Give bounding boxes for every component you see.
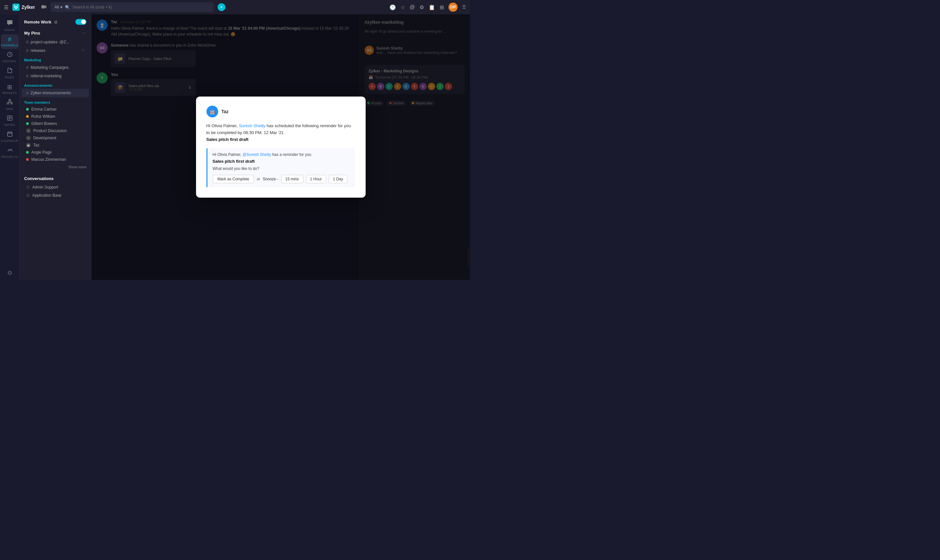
member-emma[interactable]: Emma Cartner bbox=[22, 106, 89, 113]
sidebar-item-calendar[interactable]: CALENDAR bbox=[1, 129, 18, 145]
clipboard-icon[interactable]: 📋 bbox=[429, 4, 435, 11]
files-icon bbox=[7, 68, 13, 75]
svg-rect-0 bbox=[42, 5, 45, 8]
modal-message: Hi Olivia Palmer, Suresh Shetty has sche… bbox=[206, 123, 355, 143]
main-area: Taz Yesterday at 3:00 PM Hello Olivia Pa… bbox=[91, 14, 470, 280]
sidebar-bottom: ⚙ bbox=[4, 269, 15, 277]
at-mention: @Suresh Shetty bbox=[243, 152, 271, 157]
sidebar-item-files[interactable]: FILES bbox=[1, 66, 18, 81]
at-icon[interactable]: @ bbox=[410, 4, 415, 10]
widgets-label: WIDGETS bbox=[2, 91, 17, 95]
svg-rect-4 bbox=[11, 103, 12, 104]
group-icon: ⊙ bbox=[26, 136, 31, 140]
org-icon bbox=[7, 99, 13, 107]
my-pins-more[interactable]: ··· bbox=[82, 30, 86, 36]
hash-icon: # bbox=[26, 48, 29, 53]
channel-referral-marketing[interactable]: # referral-marketing bbox=[22, 72, 89, 80]
sidebar-item-notes[interactable]: NOTES bbox=[1, 113, 18, 129]
conversations-section: Conversations ⊙ Admin Support ⊙ Applicat… bbox=[20, 171, 91, 201]
modal-reminder-box: Hi Olivia Palmer, @Suresh Shetty has a r… bbox=[206, 148, 355, 187]
member-product-discussion[interactable]: ⊙ Product Discussion bbox=[22, 127, 89, 134]
projects-label: PROJECTS bbox=[1, 155, 18, 158]
conversation-application-base[interactable]: ⊙ Application Base bbox=[22, 191, 89, 199]
modal-taz-avatar: 🤖 bbox=[206, 106, 218, 117]
hash-icon: # bbox=[26, 90, 29, 95]
away-dot bbox=[26, 115, 29, 118]
apps-icon[interactable]: ⠿ bbox=[462, 4, 466, 11]
member-angie[interactable]: Angie Page bbox=[22, 149, 89, 156]
video-call-icon[interactable] bbox=[42, 4, 47, 10]
search-bar[interactable]: All ▾ 🔍 bbox=[51, 2, 214, 12]
group-icon: ⊙ bbox=[26, 129, 31, 133]
online-dot bbox=[26, 151, 29, 154]
sidebar-item-channels[interactable]: # CHANNELS bbox=[1, 34, 18, 49]
snooze-1hour-button[interactable]: 1 Hour bbox=[306, 175, 326, 183]
my-pins-header: My Pins ··· bbox=[20, 28, 91, 38]
notes-icon bbox=[7, 115, 13, 123]
modal-sender-row: 🤖 Taz bbox=[206, 106, 355, 117]
star-icon[interactable]: ☆ bbox=[400, 4, 405, 11]
left-panel-header: Remote Work 🖥 bbox=[20, 14, 91, 28]
conversations-label: Conversations bbox=[20, 174, 91, 183]
app-layout: CHATS # CHANNELS HISTORY FILES ⊞ WIDGETS bbox=[0, 14, 470, 280]
toggle-switch[interactable] bbox=[75, 19, 86, 25]
modal-reminder-intro: Hi Olivia Palmer, @Suresh Shetty has a r… bbox=[213, 152, 350, 157]
user-avatar[interactable]: OP bbox=[448, 3, 458, 12]
chats-icon bbox=[6, 20, 13, 28]
highlight-name: Suresh Shetty bbox=[239, 123, 266, 128]
sidebar-item-projects[interactable]: PROJECTS bbox=[1, 145, 18, 160]
channel-name-releases: releases bbox=[31, 48, 79, 53]
sidebar-item-history[interactable]: HISTORY bbox=[1, 49, 18, 65]
monitor-icon: 🖥 bbox=[54, 20, 58, 25]
online-dot bbox=[26, 122, 29, 125]
svg-rect-3 bbox=[7, 103, 9, 104]
clock-icon[interactable]: 🕐 bbox=[389, 4, 396, 11]
member-rufus[interactable]: Rufus William bbox=[22, 113, 89, 120]
heart-icon: ♡ bbox=[81, 49, 85, 53]
conversation-admin-support[interactable]: ⊙ Admin Support bbox=[22, 183, 89, 191]
sidebar-item-chats[interactable]: CHATS bbox=[1, 18, 18, 34]
history-icon bbox=[7, 52, 13, 59]
or-label: or bbox=[257, 177, 260, 182]
modal-reminder-title: Sales pitch first draft bbox=[213, 159, 350, 164]
mark-complete-button[interactable]: Mark as Complete bbox=[213, 175, 254, 183]
calendar-icon bbox=[7, 131, 13, 138]
member-marcus[interactable]: Marcus Zimmerman bbox=[22, 156, 89, 163]
offline-dot bbox=[26, 158, 29, 161]
member-development[interactable]: ⊙ Development bbox=[22, 134, 89, 142]
workspace-title: Remote Work bbox=[24, 20, 52, 25]
snooze-1day-button[interactable]: 1 Day bbox=[329, 175, 348, 183]
search-dropdown[interactable]: All ▾ bbox=[54, 5, 62, 9]
conversation-icon: ⊙ bbox=[26, 185, 30, 189]
channel-marketing-campaigns[interactable]: # Marketing Campaigns bbox=[22, 63, 89, 72]
search-input[interactable] bbox=[73, 5, 210, 9]
section-marketing: Marketing bbox=[20, 55, 91, 63]
settings-icon[interactable]: ⚙ bbox=[420, 4, 424, 11]
svg-rect-6 bbox=[8, 132, 12, 136]
member-taz[interactable]: 🤖 Taz bbox=[22, 142, 89, 149]
section-announcements: Announcements bbox=[20, 80, 91, 89]
gear-icon[interactable]: ⚙ bbox=[4, 266, 15, 280]
hash-icon: # bbox=[26, 65, 29, 70]
files-label: FILES bbox=[5, 76, 14, 79]
modal-overlay[interactable]: 🤖 Taz Hi Olivia Palmer, Suresh Shetty ha… bbox=[91, 14, 470, 280]
channels-icon: # bbox=[8, 36, 11, 43]
grid-view-icon[interactable]: ⊞ bbox=[440, 4, 444, 11]
channel-zylker-announcements[interactable]: # Zylker-Announcements bbox=[22, 89, 89, 97]
my-pins-title: My Pins bbox=[24, 31, 40, 35]
member-gilbert[interactable]: Gilbert Bowers bbox=[22, 120, 89, 127]
conversation-icon: ⊙ bbox=[26, 193, 30, 198]
sidebar-item-widgets[interactable]: ⊞ WIDGETS bbox=[1, 82, 18, 97]
pin-item-releases[interactable]: # releases ♡ bbox=[22, 46, 89, 55]
snooze-15min-button[interactable]: 15 mins bbox=[281, 175, 303, 183]
app-name: Zylker bbox=[22, 5, 35, 10]
pin-item-project-updates[interactable]: # project-updates :@Z... bbox=[22, 38, 89, 46]
history-label: HISTORY bbox=[3, 60, 17, 63]
menu-icon[interactable]: ☰ bbox=[4, 4, 8, 11]
sidebar-item-org[interactable]: ORG bbox=[1, 97, 18, 112]
svg-rect-2 bbox=[9, 100, 11, 101]
left-panel: Remote Work 🖥 My Pins ··· # project-upda… bbox=[20, 14, 91, 280]
calendar-label: CALENDAR bbox=[1, 139, 18, 143]
show-more-link[interactable]: Show more bbox=[20, 163, 91, 171]
add-button[interactable]: + bbox=[218, 3, 225, 11]
